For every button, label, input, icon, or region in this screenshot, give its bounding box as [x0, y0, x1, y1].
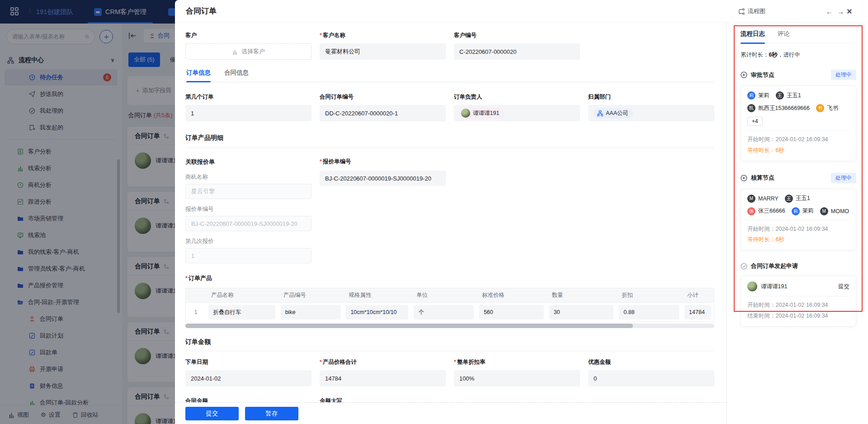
order-date-label: 下单日期: [185, 358, 311, 367]
next-record-arrow[interactable]: →: [837, 8, 844, 15]
customer-name-field[interactable]: 曼霍材料公司: [320, 43, 446, 60]
more-members-button[interactable]: +4: [747, 117, 763, 126]
member-avatar: 莉: [792, 207, 800, 215]
cell-product-no[interactable]: bike: [281, 305, 341, 319]
order-date-field[interactable]: 2024-01-02: [185, 370, 311, 386]
flow-log-panel: 流程日志 评论 累计时长：6秒，进行中 审批节点 处理中 莉茉莉 王王五1 凯凯…: [726, 23, 868, 424]
select-customer-button[interactable]: 选择客户: [185, 43, 311, 60]
related-quote-label: 关联报价单: [185, 158, 311, 166]
required-mark: *: [185, 275, 188, 281]
contract-order-modal: 合同订单 流程图 ← → × 客户 选择客户: [175, 0, 868, 424]
node-times: 开始时间：2024-01-02 16:09:34 等待时长：6秒: [747, 130, 849, 156]
member: 莉茉莉: [747, 91, 769, 100]
col-subtotal: 小计: [682, 288, 714, 302]
member: MMOMO: [820, 207, 849, 215]
customer-no-field[interactable]: C-20220607-0000020: [454, 43, 580, 60]
discount-rate-field[interactable]: 100%: [454, 370, 580, 386]
node-initiation: 合同订单发起申请: [741, 262, 856, 270]
section-order-amount: 订单金额: [185, 338, 714, 346]
col-spec: 规格属性: [343, 288, 411, 302]
owner-field[interactable]: 谭谭谭191: [454, 105, 580, 121]
node-card: 莉茉莉 王王五1 凯凯西王15366669666 书飞书 +4 开始时间：202…: [741, 86, 856, 161]
contract-no-field[interactable]: DD-C-20220607-0000020-1: [320, 105, 446, 121]
owner-label: 订单负责人: [454, 93, 580, 101]
bar-chart-icon: [232, 49, 238, 55]
col-discount: 折扣: [616, 288, 682, 302]
dept-label: 归属部门: [588, 93, 714, 101]
member: 王王五1: [785, 195, 810, 203]
table-h-scrollbar[interactable]: [185, 324, 714, 328]
tab-contract-info[interactable]: 合同信息: [224, 69, 249, 82]
flow-panel-tabs: 流程日志 评论: [741, 30, 856, 44]
submit-button[interactable]: 提交: [185, 407, 239, 420]
member: 凯凯西王15366669666: [747, 104, 810, 112]
required-mark: *: [320, 359, 322, 365]
total-duration: 6秒: [769, 52, 778, 58]
node-accounting: 核算节点 处理中: [741, 173, 856, 183]
select-customer-label: 选择客户: [241, 48, 265, 56]
member-name: 飞书: [827, 105, 838, 112]
col-product-no: 产品编号: [278, 288, 344, 302]
cell-subtotal[interactable]: 14784: [684, 305, 711, 319]
check-circle-icon: [741, 263, 747, 270]
quote-no-label: 报价单编号: [185, 205, 311, 213]
member: 书飞书: [816, 104, 838, 112]
order-index-field[interactable]: 1: [185, 105, 311, 121]
form-tabs: 订单信息 合同信息: [185, 69, 714, 82]
node-title: 审批节点: [751, 71, 774, 79]
cell-spec[interactable]: 10cm*10cm*10/10: [346, 305, 408, 319]
contract-no-label: 合同订单编号: [320, 93, 446, 101]
required-mark: *: [320, 158, 322, 165]
row-index: 1: [186, 303, 206, 322]
total-price-label: *产品价格合计: [320, 358, 446, 367]
biz-name-field: 星云引擎: [185, 184, 311, 199]
play-circle-icon: [741, 71, 747, 78]
products-table-header: 产品名称 产品编号 规格属性 单位 标准价格 数量 折扣 小计: [185, 288, 714, 302]
modal-header: 合同订单 流程图 ← → ×: [175, 0, 868, 23]
quote-times-label: 第几次报价: [185, 238, 311, 245]
play-circle-icon: [741, 175, 747, 181]
cell-std-price[interactable]: 560: [479, 305, 544, 319]
submit-action-label: 提交: [838, 283, 849, 291]
member-avatar: 王: [785, 195, 793, 203]
biz-name-label: 商机名称: [185, 173, 311, 181]
member: 张张三66666: [747, 207, 785, 215]
discount-rate-label: *整单折扣率: [454, 358, 580, 367]
member: MMARRY: [747, 195, 778, 203]
prev-record-arrow[interactable]: ←: [826, 8, 833, 15]
tab-order-info[interactable]: 订单信息: [186, 69, 211, 82]
cell-unit[interactable]: 个: [414, 305, 474, 319]
member-name: MOMO: [831, 208, 849, 214]
node-card: MMARRY 王王五1 张张三66666 莉茉莉 MMOMO 开始时间：2024…: [741, 189, 856, 251]
tab-comments[interactable]: 评论: [778, 30, 790, 43]
col-product-name: 产品名称: [206, 288, 278, 302]
submitter-name: 谭谭谭191: [761, 283, 787, 291]
required-mark: *: [320, 32, 322, 38]
member-avatar: 莉: [747, 91, 755, 100]
total-price-field[interactable]: 14784: [320, 370, 446, 386]
col-qty: 数量: [547, 288, 617, 302]
close-icon[interactable]: ×: [847, 0, 852, 23]
order-index-label: 第几个订单: [185, 93, 311, 101]
required-mark: *: [454, 359, 456, 365]
table-row: 1 折叠自行车 bike 10cm*10cm*10/10 个 560 30 0.…: [185, 302, 714, 322]
avatar: [461, 109, 470, 118]
cell-discount[interactable]: 0.88: [619, 305, 679, 319]
owner-pill: 谭谭谭191: [459, 107, 504, 119]
flowchart-button[interactable]: 流程图: [738, 0, 765, 23]
scrollbar-thumb[interactable]: [185, 324, 633, 328]
screen: | 191创建团队 CRM客户管理 ＋ 流程中心 ∨ 待办任务 6: [0, 0, 868, 424]
modal-title: 合同订单: [186, 6, 217, 16]
node-times: 开始时间：2024-01-02 16:09:34 等待时长：6秒: [747, 220, 849, 246]
member-name: MARRY: [758, 195, 778, 202]
member-name: 王五1: [796, 195, 810, 202]
quote-no-required-field[interactable]: BJ-C-20220607-0000019-SJ0000019-20: [320, 171, 446, 186]
coupon-amount-field[interactable]: 0: [588, 370, 714, 386]
tab-flow-log[interactable]: 流程日志: [741, 30, 765, 43]
dept-field[interactable]: AAA公司: [588, 105, 714, 121]
avatar: [747, 281, 757, 291]
cell-product-name[interactable]: 折叠自行车: [208, 305, 275, 319]
order-form: 客户 选择客户 *客户名称 曼霍材料公司 客户编号 C-20220607-000…: [175, 23, 726, 424]
cell-qty[interactable]: 30: [549, 305, 614, 319]
save-draft-button[interactable]: 暂存: [245, 407, 298, 420]
